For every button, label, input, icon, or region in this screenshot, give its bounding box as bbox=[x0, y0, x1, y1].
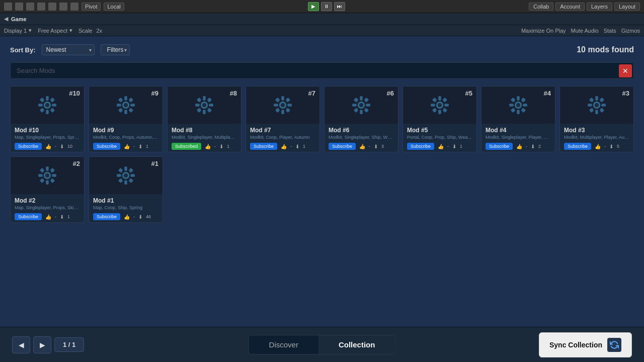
svg-rect-98 bbox=[118, 178, 123, 183]
svg-rect-46 bbox=[354, 98, 359, 103]
mod-card[interactable]: #7 Mod #7 Modkit, Coop, Player, Autumn S… bbox=[246, 86, 320, 152]
mod-card[interactable]: #2 Mod #2 Map, Singleplayer, Props, Skip… bbox=[10, 156, 85, 223]
thumbup-button[interactable]: 👍 bbox=[122, 143, 131, 150]
aspect-selector[interactable]: Free Aspect ▾ bbox=[38, 27, 72, 34]
thumbup-button[interactable]: 👍 bbox=[203, 143, 212, 150]
svg-rect-36 bbox=[275, 98, 280, 103]
filter-button[interactable]: Filters bbox=[101, 44, 130, 55]
mod-tags: Portal, Coop, Prop, Ship, Weapons, Sprin… bbox=[407, 135, 472, 140]
svg-rect-43 bbox=[360, 110, 363, 114]
thumbup-button[interactable]: 👍 bbox=[436, 143, 445, 150]
download-button[interactable]: ⬇ bbox=[137, 143, 144, 150]
thumbup-button[interactable]: 👍 bbox=[279, 143, 288, 150]
subscribe-button[interactable]: Subscribed bbox=[172, 143, 201, 150]
download-button[interactable]: ⬇ bbox=[294, 143, 301, 150]
download-button[interactable]: ⬇ bbox=[58, 143, 65, 150]
mod-thumbnail: #10 bbox=[11, 86, 84, 124]
mod-card[interactable]: #1 Mod #1 Map, Coop, Ship, Spring Subscr… bbox=[89, 156, 163, 223]
download-button[interactable]: ⬇ bbox=[58, 214, 65, 220]
subscribe-button[interactable]: Subscribe bbox=[486, 143, 513, 150]
subscribe-button[interactable]: Subscribe bbox=[329, 143, 356, 150]
thumbup-count: - bbox=[133, 214, 135, 219]
thumbup-count: - bbox=[214, 144, 216, 149]
collab-button[interactable]: Collab bbox=[529, 3, 553, 11]
svg-rect-95 bbox=[131, 174, 135, 177]
pivot-button[interactable]: Pivot bbox=[82, 3, 101, 11]
scale-selector[interactable]: Scale 2x bbox=[78, 28, 102, 34]
svg-rect-59 bbox=[442, 108, 447, 113]
download-button[interactable]: ⬇ bbox=[218, 143, 225, 150]
account-button[interactable]: Account bbox=[555, 3, 585, 11]
thumbup-button[interactable]: 👍 bbox=[44, 214, 53, 220]
svg-rect-8 bbox=[40, 108, 45, 113]
thumbup-button[interactable]: 👍 bbox=[358, 143, 367, 150]
download-button[interactable]: ⬇ bbox=[608, 143, 615, 150]
svg-rect-69 bbox=[521, 108, 526, 113]
layers-button[interactable]: Layers bbox=[587, 3, 612, 11]
svg-rect-9 bbox=[50, 108, 55, 113]
svg-rect-48 bbox=[354, 108, 359, 113]
subscribe-button[interactable]: Subscribe bbox=[15, 143, 42, 150]
mod-name: Mod #9 bbox=[93, 127, 158, 134]
mod-card[interactable]: #6 Mod #6 Modkit, Singleplayer, Ship, We… bbox=[324, 86, 398, 152]
gizmos[interactable]: Gizmos bbox=[621, 28, 640, 34]
download-button[interactable]: ⬇ bbox=[529, 143, 536, 150]
mod-info: Mod #1 Map, Coop, Ship, Spring Subscribe… bbox=[89, 194, 163, 222]
next-page-button[interactable]: ▶ bbox=[33, 336, 51, 353]
mod-name: Mod #8 bbox=[172, 127, 237, 134]
svg-rect-79 bbox=[599, 108, 604, 113]
svg-rect-38 bbox=[275, 108, 280, 113]
svg-rect-33 bbox=[281, 110, 284, 114]
download-button[interactable]: ⬇ bbox=[372, 143, 379, 150]
play-button[interactable]: ▶ bbox=[308, 2, 319, 11]
search-input[interactable] bbox=[10, 62, 634, 79]
stats[interactable]: Stats bbox=[604, 28, 616, 34]
thumbup-button[interactable]: 👍 bbox=[44, 143, 53, 150]
svg-rect-57 bbox=[442, 98, 447, 103]
mod-card[interactable]: #4 Mod #4 Modkit, Singleplayer, Player, … bbox=[481, 86, 555, 152]
display-selector[interactable]: Display 1 ▾ bbox=[4, 27, 32, 34]
download-button[interactable]: ⬇ bbox=[451, 143, 458, 150]
local-button[interactable]: Local bbox=[104, 3, 124, 11]
search-wrapper: ✕ bbox=[10, 62, 634, 79]
mod-card[interactable]: #3 Mod #3 Modkit, Multiplayer, Player, A… bbox=[559, 86, 634, 152]
sort-select[interactable]: Newest Oldest Most Popular Name bbox=[42, 44, 95, 55]
search-clear-button[interactable]: ✕ bbox=[619, 64, 632, 77]
mod-name: Mod #2 bbox=[15, 197, 80, 204]
sort-select-wrapper: Newest Oldest Most Popular Name bbox=[42, 44, 95, 55]
download-button[interactable]: ⬇ bbox=[137, 214, 144, 220]
svg-point-71 bbox=[594, 103, 599, 108]
thumbup-button[interactable]: 👍 bbox=[515, 143, 524, 150]
svg-rect-77 bbox=[599, 98, 604, 103]
next-button[interactable]: ⏭ bbox=[334, 2, 345, 11]
mod-name: Mod #5 bbox=[407, 127, 472, 134]
svg-rect-23 bbox=[203, 110, 206, 114]
subscribe-button[interactable]: Subscribe bbox=[93, 213, 120, 220]
thumbup-button[interactable]: 👍 bbox=[122, 214, 131, 220]
subscribe-button[interactable]: Subscribe bbox=[93, 143, 120, 150]
svg-rect-72 bbox=[595, 96, 598, 100]
svg-rect-45 bbox=[366, 104, 370, 107]
maximize-on-play[interactable]: Maximize On Play bbox=[521, 28, 566, 34]
discover-tab[interactable]: Discover bbox=[249, 335, 318, 354]
subscribe-button[interactable]: Subscribe bbox=[564, 143, 591, 150]
back-icon[interactable]: ◀ bbox=[4, 16, 8, 22]
subscribe-button[interactable]: Subscribe bbox=[15, 213, 42, 220]
subscribe-button[interactable]: Subscribe bbox=[250, 143, 277, 150]
mod-card[interactable]: #9 Mod #9 Modkit, Coop, Props, Autumn, S… bbox=[89, 86, 163, 152]
collection-tab[interactable]: Collection bbox=[318, 335, 395, 354]
mod-card[interactable]: #8 Mod #8 Modkit, Singleplayer, Multipla… bbox=[167, 86, 242, 152]
subscribe-button[interactable]: Subscribe bbox=[407, 143, 434, 150]
sync-collection-button[interactable]: Sync Collection bbox=[539, 332, 632, 357]
mod-card[interactable]: #5 Mod #5 Portal, Coop, Prop, Ship, Weap… bbox=[403, 86, 477, 152]
pause-button[interactable]: ⏸ bbox=[321, 2, 332, 11]
thumbup-button[interactable]: 👍 bbox=[593, 143, 602, 150]
mute-audio[interactable]: Mute Audio bbox=[571, 28, 599, 34]
mod-card[interactable]: #10 Mod #10 Map, Singleplayer, Props, Sp… bbox=[10, 86, 85, 152]
layout-button[interactable]: Layout bbox=[614, 3, 640, 11]
mod-tags: Map, Singleplayer, Props, Skip, Summer bbox=[15, 205, 80, 210]
mod-name: Mod #7 bbox=[250, 127, 315, 134]
mod-thumbnail: #2 bbox=[11, 157, 84, 194]
svg-rect-84 bbox=[38, 174, 42, 177]
prev-page-button[interactable]: ◀ bbox=[12, 336, 30, 353]
